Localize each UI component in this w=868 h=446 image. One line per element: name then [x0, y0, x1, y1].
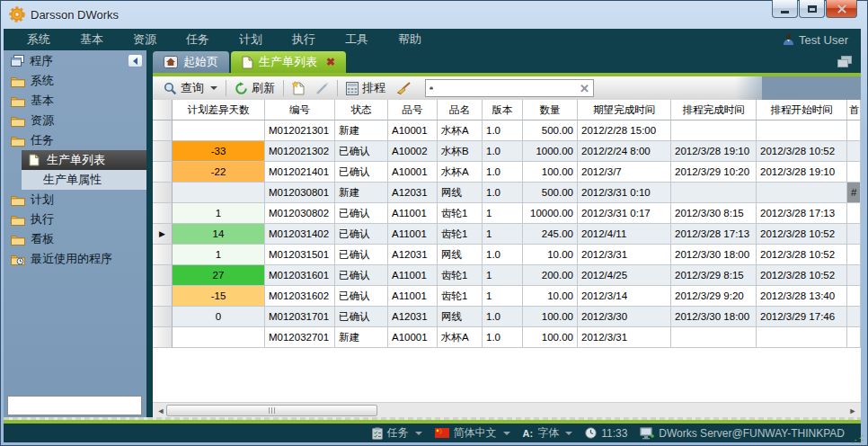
column-header-sched_end[interactable]: 排程完成时间: [671, 100, 757, 120]
folder-icon: [10, 254, 25, 265]
clean-button[interactable]: [391, 80, 416, 97]
table-row[interactable]: -33M012021302已确认A10002水杯B1.01000.002012/…: [153, 141, 861, 162]
language-label: 简体中文: [454, 425, 497, 441]
table-row[interactable]: M012032701新建A10001水杯A1.0100.002012/3/31: [153, 327, 861, 348]
cell-name: 网线: [438, 307, 483, 327]
cell-sched_end: 2012/3/28 17:13: [671, 224, 757, 245]
column-header-name[interactable]: 品名: [438, 100, 483, 120]
clock-icon: [585, 427, 597, 439]
menu-item-3[interactable]: 任务: [175, 29, 220, 50]
sidebar-item-1[interactable]: 基本: [4, 91, 146, 111]
row-selector: [153, 307, 173, 327]
folder-icon: [10, 95, 25, 107]
cell-due: 2012/4/11: [578, 224, 671, 245]
horizontal-scrollbar[interactable]: ◄ ►: [153, 402, 861, 417]
column-header-sched_start[interactable]: 排程开始时间: [757, 100, 847, 120]
cell-ver: 1: [483, 224, 523, 245]
sidebar-item-8[interactable]: 看板: [4, 229, 146, 249]
minimize-button[interactable]: [772, 0, 798, 18]
cell-ver: 1.0: [483, 183, 523, 203]
table-row[interactable]: 27M012031601已确认A11001齿轮11200.002012/4/25…: [153, 265, 861, 286]
cell-ver: 1.0: [483, 307, 523, 327]
table-row[interactable]: -15M012031602已确认A11001齿轮1110.002012/3/14…: [153, 286, 861, 307]
table-row[interactable]: 1M012031501已确认A12031网线1.010.002012/3/312…: [153, 245, 861, 265]
column-header-due[interactable]: 期望完成时间: [578, 100, 671, 120]
cell-sched_end: 2012/3/28 19:10: [671, 141, 757, 162]
folder-icon: [10, 135, 25, 147]
sidebar-item-7[interactable]: 执行: [4, 210, 146, 229]
tab-start-page[interactable]: 起始页: [153, 51, 229, 73]
tab-production-order-list[interactable]: 生产单列表 ✖: [231, 51, 346, 73]
title-bar[interactable]: Darsson DWorks: [0, 0, 868, 29]
cell-sched_start: [757, 120, 847, 141]
sidebar-item-4[interactable]: 生产单列表: [22, 150, 146, 170]
sidebar-item-6[interactable]: 计划: [4, 190, 146, 210]
menu-item-2[interactable]: 资源: [122, 29, 167, 50]
scrollbar-thumb[interactable]: [166, 405, 377, 416]
sidebar-item-0[interactable]: 系统: [4, 71, 146, 91]
menu-item-1[interactable]: 基本: [69, 29, 114, 50]
sidebar-search-input[interactable]: [15, 399, 155, 412]
sidebar-item-9[interactable]: 最近使用的程序: [4, 249, 146, 269]
row-selector: [153, 327, 173, 348]
task-menu[interactable]: 任务: [372, 425, 422, 441]
close-button[interactable]: [826, 0, 857, 18]
sidebar-collapse-button[interactable]: [128, 54, 143, 67]
column-header-ver[interactable]: 版本: [483, 100, 523, 120]
table-row[interactable]: M012021301新建A10001水杯A1.0500.002012/2/28 …: [153, 120, 861, 141]
maximize-button[interactable]: [799, 0, 825, 18]
column-header-extra[interactable]: 首: [847, 100, 861, 120]
toolbar-separator: [283, 80, 284, 96]
toolbar-search-clear-icon[interactable]: ✕: [580, 82, 589, 95]
column-header-qty[interactable]: 数量: [523, 100, 578, 120]
cell-status: 新建: [335, 183, 388, 203]
table-row[interactable]: ▶14M012031402已确认A11001齿轮11245.002012/4/1…: [153, 224, 861, 245]
resize-grip[interactable]: ⡠⡪: [852, 434, 865, 443]
menu-item-5[interactable]: 执行: [281, 29, 326, 50]
menu-item-7[interactable]: 帮助: [387, 29, 432, 50]
row-selector: [153, 265, 173, 286]
column-header-selector[interactable]: [153, 100, 173, 120]
toolbar-search-input[interactable]: [437, 82, 576, 94]
column-header-diff[interactable]: 计划差异天数: [173, 100, 265, 120]
column-header-no[interactable]: 编号: [265, 100, 335, 120]
query-button[interactable]: 查询: [158, 78, 223, 98]
refresh-button[interactable]: 刷新: [229, 78, 280, 98]
table-row[interactable]: -22M012021401已确认A10001水杯A1.0100.002012/3…: [153, 162, 861, 183]
cell-qty: 500.00: [523, 120, 578, 141]
menu-item-4[interactable]: 计划: [228, 29, 273, 50]
cell-name: 齿轮1: [438, 224, 483, 245]
cell-no: M012031602: [265, 286, 335, 307]
table-row[interactable]: 1M012030802已确认A11001齿轮1110000.002012/3/3…: [153, 203, 861, 224]
cell-diff: -33: [173, 141, 265, 162]
table-row[interactable]: 0M012031701已确认A12031网线1.0100.002012/3/30…: [153, 307, 861, 327]
cell-item: A10002: [388, 141, 438, 162]
font-menu[interactable]: A: 字体: [523, 425, 573, 441]
scroll-left-icon[interactable]: ◄: [155, 405, 167, 416]
cell-no: M012021302: [265, 141, 335, 162]
sidebar-item-3[interactable]: 任务: [4, 130, 146, 150]
cell-item: A11001: [388, 286, 438, 307]
cell-diff: -22: [173, 162, 265, 183]
new-button[interactable]: [287, 79, 310, 97]
cell-no: M012031501: [265, 245, 335, 265]
cell-qty: 100.00: [523, 327, 578, 348]
table-row[interactable]: M012030801新建A12031网线1.0500.002012/3/31 0…: [153, 183, 861, 203]
user-badge[interactable]: Test User: [783, 33, 861, 47]
column-header-item[interactable]: 品号: [388, 100, 438, 120]
scroll-right-icon[interactable]: ►: [846, 405, 859, 416]
schedule-button[interactable]: 排程: [341, 78, 391, 98]
tab-close-icon[interactable]: ✖: [326, 56, 335, 68]
edit-button[interactable]: [310, 80, 334, 97]
cell-name: 水杯A: [438, 120, 483, 141]
sidebar-item-2[interactable]: 资源: [4, 111, 146, 130]
sidebar: 程序 系统基本资源任务生产单列表生产单属性计划执行看板最近使用的程序 ✕: [4, 50, 146, 417]
language-menu[interactable]: 简体中文: [435, 425, 510, 441]
menu-item-6[interactable]: 工具: [334, 29, 379, 50]
cell-qty: 1000.00: [523, 141, 578, 162]
sidebar-item-5[interactable]: 生产单属性: [22, 170, 146, 190]
window-list-icon[interactable]: [837, 55, 852, 71]
column-header-status[interactable]: 状态: [335, 100, 388, 120]
cell-no: M012031701: [265, 307, 335, 327]
menu-item-0[interactable]: 系统: [16, 29, 61, 50]
